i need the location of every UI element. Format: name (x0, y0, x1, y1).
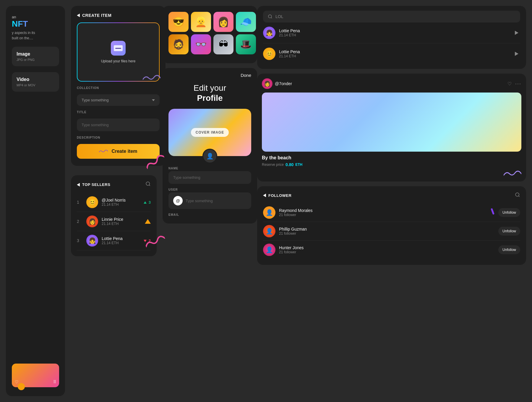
title-placeholder: Type something (82, 123, 109, 127)
video-format-label: MP4 or MOV (17, 83, 54, 87)
wave-decoration-icon (143, 74, 160, 82)
seller-price-1: 21.14 ETH (102, 202, 144, 207)
nft-prefix-text: an (12, 15, 59, 19)
edit-profile-panel: Done Edit your Profile COVER IMAGE 👤 NAM… (163, 68, 257, 223)
seller-avatar-3: 👧 (86, 235, 98, 247)
play-button-2[interactable] (513, 50, 520, 57)
seller-rank-3: 3 (77, 238, 83, 243)
seller-price-3: 21.14 ETH (102, 241, 144, 245)
user-placeholder: Type something (186, 199, 213, 203)
reserve-label: Reserve price (262, 163, 284, 167)
cover-image-container: COVER IMAGE 👤 (168, 109, 251, 156)
collection-dropdown[interactable]: Type something (77, 94, 160, 106)
nft-user-row: 👩 @7onder ♡ ··· (262, 78, 521, 89)
options-icon[interactable]: ⠿ (53, 380, 56, 384)
follower-info-3: 👤 Hunter Jones 21 follower (263, 244, 304, 256)
svg-line-3 (271, 17, 272, 18)
seller-rank-2: 2 (77, 219, 83, 224)
follower-name-2: Phillip Guzman (279, 227, 307, 231)
seller-row-3: 3 👧 Lottie Pena 21.14 ETH 2 (77, 231, 151, 250)
seller-row-2: 2 👩 Linnie Price 21.14 ETH (77, 212, 151, 231)
seller-avatar-2: 👩 (86, 215, 98, 227)
top-sellers-back-icon[interactable] (77, 183, 80, 187)
user-input[interactable]: @ Type something (168, 192, 251, 209)
top-sellers-panel: TOP SELLERS 1 😊 @Joel Norris 21.14 ETH (71, 175, 157, 256)
follower-avatar-2: 👤 (263, 225, 275, 237)
search-seller-price-1: 21.14 ETH (279, 33, 300, 37)
heart-icon[interactable]: ♡ (15, 380, 19, 384)
seller-avatar-1: 😊 (86, 196, 98, 208)
seller-count-1: 3 (144, 200, 151, 205)
top-sellers-header-row: TOP SELLERS (77, 181, 151, 188)
image-type-label: Image (17, 51, 54, 57)
search-seller-name-2: Lottie Pena (279, 49, 300, 54)
eth-currency: ETH (295, 163, 302, 167)
avatars-panel: 😎 👱 👩 🧢 🧔 👓 🕶 🎩 (163, 6, 257, 63)
top-sellers-search-icon[interactable] (145, 181, 151, 188)
avatar-item-2[interactable]: 👱 (191, 12, 211, 32)
profile-avatar-circle[interactable]: 👤 (202, 149, 217, 163)
follower-info-1: 👤 Raymond Morales 21 follower (263, 206, 313, 219)
image-format-label: JPG or PNG (17, 58, 54, 61)
create-button[interactable]: Create item (77, 144, 160, 159)
video-type-label: Video (17, 77, 54, 82)
avatar-item-1[interactable]: 😎 (168, 12, 189, 32)
avatar-item-5[interactable]: 🧔 (168, 34, 189, 54)
edit-title-section: Edit your Profile (163, 80, 257, 109)
play-button-1[interactable] (513, 29, 520, 36)
follower-item-3: 👤 Hunter Jones 21 follower Unfollow (263, 241, 520, 259)
wave-btn-icon (99, 149, 108, 154)
follower-search-icon[interactable] (515, 192, 520, 199)
image-card[interactable]: Image JPG or PNG (12, 47, 59, 66)
search-seller-info-1: 👧 Lottie Pena 21.14 ETH (263, 27, 300, 39)
title-input[interactable]: Type something (77, 119, 160, 131)
nft-card: 👩 @7onder ♡ ··· By the beach Reserve pri… (257, 74, 526, 181)
decoration-triangle-icon (145, 219, 151, 224)
follower-count-2: 21 follower (279, 231, 307, 236)
search-seller-item-1: 👧 Lottie Pena 21.14 ETH (263, 22, 520, 43)
reserve-price-row: Reserve price 0.80 ETH (262, 162, 521, 167)
heart-button[interactable]: ♡ (507, 81, 512, 87)
cover-image-label: COVER IMAGE (191, 128, 229, 137)
search-panel: LOL 👧 Lottie Pena 21.14 ETH 😊 (257, 6, 526, 69)
avatar-item-4[interactable]: 🧢 (236, 12, 256, 32)
follower-name-3: Hunter Jones (279, 245, 304, 250)
title-label: TITLE (77, 111, 160, 114)
edit-title-line2: Profile (168, 93, 251, 103)
seller-row-1: 1 😊 @Joel Norris 21.14 ETH 3 (77, 193, 151, 212)
edit-profile-header: Done (163, 68, 257, 80)
name-input[interactable]: Type something (168, 171, 251, 184)
play-triangle-icon-2 (515, 52, 518, 56)
search-seller-avatar-2: 😊 (263, 48, 275, 60)
avatar-item-7[interactable]: 🕶 (213, 34, 233, 54)
seller-name-3: Lottie Pena (102, 236, 144, 241)
search-seller-item-2: 😊 Lottie Pena 21.14 ETH (263, 43, 520, 64)
upload-zone[interactable]: Upload your files here (77, 22, 160, 82)
follower-name-1: Raymond Morales (279, 208, 313, 213)
unfollow-button-3[interactable]: Unfollow (498, 245, 520, 254)
video-card[interactable]: Video MP4 or MOV (12, 72, 59, 92)
done-button[interactable]: Done (241, 73, 251, 78)
email-form-label: EMAIL (168, 213, 251, 216)
unfollow-button-1[interactable]: Unfollow (498, 208, 520, 217)
back-arrow-icon[interactable] (77, 14, 80, 17)
follower-count-1: 21 follower (279, 213, 313, 217)
search-seller-avatar-1: 👧 (263, 27, 275, 39)
follower-panel: FOLLOWER 👤 Raymond Morales 21 follower (257, 186, 526, 265)
svg-rect-6 (491, 208, 494, 215)
search-bar[interactable]: LOL (263, 11, 520, 22)
user-form-label: USER (168, 188, 251, 191)
seller-price-2: 21.14 ETH (102, 222, 145, 226)
dropdown-arrow-icon (152, 99, 155, 101)
at-sign-icon: @ (173, 196, 183, 205)
nft-logo: NFT (12, 19, 59, 29)
avatar-item-6[interactable]: 👓 (191, 34, 211, 54)
unfollow-button-2[interactable]: Unfollow (498, 227, 520, 236)
create-item-header: CREATE ITEM (77, 13, 160, 18)
play-triangle-icon-1 (515, 31, 518, 35)
more-options-button[interactable]: ··· (515, 81, 521, 87)
avatar-item-3[interactable]: 👩 (213, 12, 233, 32)
follower-item-1: 👤 Raymond Morales 21 follower Unfollow (263, 203, 520, 222)
follower-back-icon[interactable] (263, 194, 266, 197)
avatar-item-8[interactable]: 🎩 (236, 34, 256, 54)
